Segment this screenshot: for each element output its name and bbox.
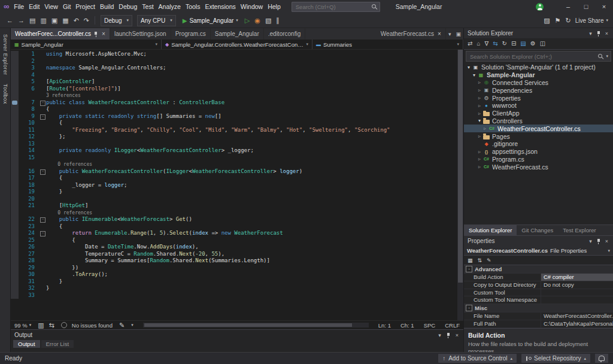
fold-marker[interactable]: - <box>39 168 46 175</box>
minimize-button[interactable]: – <box>559 0 577 13</box>
menu-build[interactable]: Build <box>98 0 116 13</box>
breakpoint-margin[interactable] <box>11 265 19 272</box>
preview-selected-icon[interactable]: ◫ <box>538 37 547 50</box>
pin-icon[interactable] <box>93 31 98 37</box>
expander-icon[interactable]: ▹ <box>477 80 482 85</box>
category-misc[interactable]: -Misc <box>464 304 613 313</box>
switch-views-icon[interactable]: ⇄ <box>466 37 474 50</box>
chevron-down-icon[interactable]: ▾ <box>588 31 593 37</box>
notifications-button[interactable] <box>595 354 608 363</box>
menu-view[interactable]: View <box>42 0 60 13</box>
close-icon[interactable]: × <box>438 31 441 37</box>
tree-item-weatherforecast-cs[interactable]: ▹C#WeatherForecast.cs <box>464 163 613 171</box>
undo-icon[interactable]: ↶ <box>72 14 81 27</box>
codelens-references[interactable]: 0 references <box>57 162 92 167</box>
server-explorer-tab[interactable]: Server Explorer <box>2 34 8 75</box>
window-layout-icon[interactable]: ▣ <box>453 28 463 40</box>
expander-icon[interactable]: ▹ <box>477 149 482 154</box>
pin-icon[interactable] <box>596 31 601 37</box>
expander-icon[interactable]: ▹ <box>477 103 482 108</box>
live-share-button[interactable]: ↻ Live Share ▾ <box>563 14 608 27</box>
breadcrumb-summaries[interactable]: ▬Summaries▾ <box>312 40 463 49</box>
breakpoint-margin[interactable] <box>11 120 19 127</box>
property-copy-to-output-directory[interactable]: Copy to Output DirectoryDo not copy <box>464 281 613 289</box>
user-avatar[interactable] <box>536 3 544 11</box>
menu-debug[interactable]: Debug <box>116 0 139 13</box>
scrollbar-thumb[interactable] <box>144 323 352 327</box>
fold-marker[interactable]: - <box>39 113 46 120</box>
tree-item-controllers[interactable]: ▾Controllers <box>464 117 613 125</box>
property-custom-tool[interactable]: Custom Tool <box>464 289 613 297</box>
codelens-references[interactable]: 0 references <box>57 210 92 216</box>
break-all-icon[interactable]: ∥ <box>274 14 281 27</box>
scrollbar-thumb[interactable] <box>458 50 463 283</box>
code-editor[interactable]: 1using Microsoft.AspNetCore.Mvc;23namesp… <box>11 50 463 320</box>
chevron-down-icon[interactable]: ▾ <box>606 54 608 59</box>
menu-project[interactable]: Project <box>73 0 98 13</box>
chevron-down-icon[interactable]: ▾ <box>437 332 442 338</box>
hot-reload-icon[interactable]: ◉ <box>253 14 262 27</box>
sync-with-active-document-icon[interactable]: ⇆ <box>491 37 499 50</box>
menu-file[interactable]: File <box>11 0 26 13</box>
tree-item-weatherforecastcontroller-cs[interactable]: ▹C#WeatherForecastController.cs <box>464 125 613 132</box>
close-icon[interactable]: × <box>454 332 460 338</box>
fold-marker[interactable]: - <box>39 216 46 223</box>
editor-horizontal-scrollbar[interactable] <box>143 323 369 327</box>
close-icon[interactable]: × <box>604 238 609 244</box>
breakpoint-margin[interactable] <box>11 78 19 86</box>
collapse-icon[interactable]: - <box>466 266 472 272</box>
breakpoint-margin[interactable] <box>11 230 19 237</box>
tree-item-gitignore[interactable]: ◆.gitignore <box>464 140 613 148</box>
breakpoint-margin[interactable] <box>11 113 19 120</box>
category-advanced[interactable]: -Advanced <box>464 265 613 274</box>
breakpoint-margin[interactable] <box>11 223 19 230</box>
breakpoint-margin[interactable] <box>11 210 19 217</box>
expander-icon[interactable]: ▹ <box>477 111 482 116</box>
new-file-icon[interactable]: ▤ <box>28 14 37 27</box>
breakpoint-margin[interactable] <box>11 244 19 251</box>
editor-tab-weatherforecast-cs[interactable]: WeatherForecast.cs × <box>377 28 446 40</box>
editor-vertical-scrollbar[interactable] <box>457 50 463 320</box>
start-debugging-button[interactable]: ▶ Sample_Angular ▾ <box>179 17 242 24</box>
breakpoint-margin[interactable] <box>11 134 19 141</box>
codelens-references[interactable]: 3 references <box>46 93 81 98</box>
property-build-action[interactable]: Build ActionC# compiler <box>464 274 613 281</box>
forward-icon[interactable]: → <box>16 14 26 27</box>
breakpoint-margin[interactable] <box>11 292 19 299</box>
home-icon[interactable]: ⌂ <box>475 37 482 50</box>
redo-icon[interactable]: ↷ <box>82 14 91 27</box>
close-icon[interactable]: × <box>604 31 609 37</box>
breakpoint-margin[interactable] <box>11 278 19 286</box>
breakpoint-margin[interactable] <box>11 202 19 210</box>
collapse-icon[interactable]: - <box>466 305 472 311</box>
editor-tab-weatherforec-controller-cs[interactable]: WeatherForec...Controller.cs× <box>11 28 110 40</box>
find-in-files-icon[interactable]: ▨ <box>542 14 551 27</box>
global-search-input[interactable] <box>295 3 372 11</box>
properties-icon[interactable]: ⚙ <box>529 37 538 50</box>
configuration-dropdown[interactable]: Debug ▾ <box>101 15 132 26</box>
open-file-icon[interactable]: ▥ <box>38 14 48 27</box>
tree-item-program-cs[interactable]: ▹C#Program.cs <box>464 156 613 163</box>
back-icon[interactable]: ← <box>5 14 15 27</box>
breakpoint-margin[interactable] <box>11 65 19 72</box>
editor-tab-editorconfig[interactable]: .editorconfig <box>264 28 305 40</box>
chevron-down-icon[interactable]: ▾ <box>588 238 593 244</box>
chevron-down-icon[interactable]: ▾ <box>446 28 454 40</box>
refresh-icon[interactable]: ↻ <box>500 37 509 50</box>
property-full-path[interactable]: Full PathC:\DataTylahKapa\Personal\Sampl… <box>464 320 613 328</box>
breakpoint-margin[interactable] <box>11 51 19 58</box>
property-custom-tool-namespace[interactable]: Custom Tool Namespace <box>464 296 613 304</box>
breakpoint-margin[interactable] <box>11 175 19 182</box>
tree-item-connected-services[interactable]: ▹◎Connected Services <box>464 79 613 87</box>
expander-icon[interactable]: ▹ <box>477 156 482 162</box>
profiler-icon[interactable]: ▧ <box>263 14 273 27</box>
tab-output[interactable]: Output <box>13 340 40 348</box>
tree-item-solution-sample-angular-1-of-1-project[interactable]: ▾▣Solution 'Sample-Angular' (1 of 1 proj… <box>464 63 613 71</box>
chevron-down-icon[interactable]: ▾ <box>131 323 133 327</box>
tree-item-clientapp[interactable]: ▹ClientApp <box>464 110 613 117</box>
save-all-icon[interactable]: ▦ <box>60 14 70 27</box>
breakpoint-margin[interactable] <box>11 72 19 79</box>
breakpoint-margin[interactable] <box>11 147 19 154</box>
editor-tab-launchsettings-json[interactable]: launchSettings.json <box>110 28 171 40</box>
breakpoint-margin[interactable] <box>11 141 19 148</box>
